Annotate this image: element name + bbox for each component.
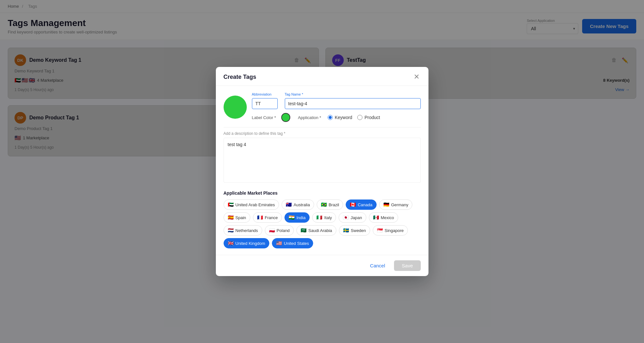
marketplace-chip-australia[interactable]: 🇦🇺Australia <box>282 199 314 210</box>
chip-flag-india: 🇮🇳 <box>289 215 295 220</box>
application-row: Application * Keyword Product <box>298 115 380 120</box>
radio-product[interactable]: Product <box>357 115 380 120</box>
chip-label-singapore: Singapore <box>385 228 404 233</box>
chip-flag-uae: 🇦🇪 <box>228 202 234 208</box>
marketplace-chip-us[interactable]: 🇺🇸United States <box>272 238 313 248</box>
chip-flag-sweden: 🇸🇪 <box>343 227 349 233</box>
fields-row-name: Abbreviation Tag Name * <box>252 92 421 109</box>
chip-label-sweden: Sweden <box>351 228 366 233</box>
radio-keyword[interactable]: Keyword <box>328 115 352 120</box>
tag-name-label: Tag Name * <box>285 92 421 96</box>
chip-flag-france: 🇫🇷 <box>257 215 263 220</box>
marketplace-chip-canada[interactable]: 🇨🇦Canada <box>346 199 377 210</box>
color-preview-circle <box>224 96 247 119</box>
tag-name-field-group: Tag Name * <box>285 92 421 109</box>
color-row: Label Color * <box>252 113 290 122</box>
description-label: Add a description to define this tag * <box>224 131 421 136</box>
marketplace-chip-uk[interactable]: 🇬🇧United Kingdom <box>224 238 270 248</box>
chip-label-mexico: Mexico <box>381 215 394 220</box>
marketplace-chip-netherlands[interactable]: 🇳🇱Netherlands <box>224 225 262 236</box>
description-textarea[interactable]: test tag 4 <box>224 138 421 183</box>
chip-label-india: India <box>296 215 305 220</box>
chip-flag-poland: 🇵🇱 <box>269 227 275 233</box>
chip-label-netherlands: Netherlands <box>235 228 258 233</box>
modal-footer: Cancel Save <box>216 255 428 276</box>
chip-flag-netherlands: 🇳🇱 <box>228 227 234 233</box>
chip-flag-germany: 🇩🇪 <box>383 202 389 208</box>
save-button: Save <box>394 260 420 271</box>
chip-label-japan: Japan <box>351 215 362 220</box>
abbreviation-input[interactable] <box>252 98 278 109</box>
radio-keyword-input[interactable] <box>328 115 333 120</box>
modal-header: Create Tags ✕ <box>216 67 428 86</box>
marketplace-chip-spain[interactable]: 🇪🇸Spain <box>224 212 250 223</box>
abbreviation-field-group: Abbreviation <box>252 92 281 109</box>
chip-label-uae: United Arab Emirates <box>235 202 275 207</box>
marketplace-chip-france[interactable]: 🇫🇷France <box>253 212 282 223</box>
chip-flag-uk: 🇬🇧 <box>228 240 234 246</box>
form-divider <box>224 127 421 127</box>
marketplace-section: Applicable Market Places 🇦🇪United Arab E… <box>224 190 421 248</box>
chip-flag-spain: 🇪🇸 <box>228 215 234 220</box>
chip-flag-mexico: 🇲🇽 <box>373 215 379 220</box>
marketplace-chip-singapore[interactable]: 🇸🇬Singapore <box>373 225 408 236</box>
create-tags-modal: Create Tags ✕ Abbreviation Tag Name * <box>216 67 428 276</box>
chip-label-spain: Spain <box>235 215 246 220</box>
marketplace-chip-sweden[interactable]: 🇸🇪Sweden <box>339 225 370 236</box>
cancel-button[interactable]: Cancel <box>365 260 390 271</box>
marketplace-chip-india[interactable]: 🇮🇳India <box>284 212 310 223</box>
chip-label-brazil: Brazil <box>329 202 339 207</box>
chip-flag-us: 🇺🇸 <box>276 240 282 246</box>
form-row-top: Abbreviation Tag Name * Label Color * <box>224 92 421 122</box>
chip-flag-italy: 🇮🇹 <box>316 215 322 220</box>
chip-label-saudi_arabia: Saudi Arabia <box>308 228 332 233</box>
chip-flag-singapore: 🇸🇬 <box>377 227 383 233</box>
radio-product-input[interactable] <box>357 115 362 120</box>
marketplace-chip-brazil[interactable]: 🇧🇷Brazil <box>317 199 343 210</box>
chip-flag-canada: 🇨🇦 <box>350 202 356 208</box>
marketplace-chip-saudi_arabia[interactable]: 🇸🇦Saudi Arabia <box>296 225 336 236</box>
form-fields: Abbreviation Tag Name * Label Color * <box>252 92 421 122</box>
description-section: Add a description to define this tag * t… <box>224 131 421 184</box>
chip-label-poland: Poland <box>277 228 290 233</box>
modal-overlay[interactable]: Create Tags ✕ Abbreviation Tag Name * <box>0 0 644 343</box>
chip-label-australia: Australia <box>293 202 310 207</box>
chip-label-france: France <box>265 215 278 220</box>
marketplace-chip-japan[interactable]: 🇯🇵Japan <box>339 212 366 223</box>
modal-body: Abbreviation Tag Name * Label Color * <box>216 86 428 255</box>
application-label-text: Application * <box>298 115 321 120</box>
tag-name-input[interactable] <box>285 98 421 109</box>
marketplace-chip-uae[interactable]: 🇦🇪United Arab Emirates <box>224 199 279 210</box>
chip-label-uk: United Kingdom <box>235 241 265 246</box>
chip-label-canada: Canada <box>358 202 372 207</box>
radio-keyword-label: Keyword <box>335 115 352 120</box>
chip-flag-australia: 🇦🇺 <box>286 202 292 208</box>
marketplace-chip-mexico[interactable]: 🇲🇽Mexico <box>369 212 398 223</box>
chip-flag-brazil: 🇧🇷 <box>321 202 327 208</box>
marketplace-title: Applicable Market Places <box>224 190 421 196</box>
marketplace-chip-germany[interactable]: 🇩🇪Germany <box>379 199 412 210</box>
radio-product-label: Product <box>364 115 380 120</box>
fields-row-color-app: Label Color * Application * Keyword <box>252 113 421 122</box>
chip-label-italy: Italy <box>324 215 332 220</box>
chip-label-us: United States <box>284 241 309 246</box>
abbreviation-label: Abbreviation <box>252 92 281 96</box>
chip-label-germany: Germany <box>391 202 408 207</box>
label-color-text: Label Color * <box>252 115 276 120</box>
modal-close-button[interactable]: ✕ <box>412 73 421 80</box>
chip-flag-japan: 🇯🇵 <box>343 215 349 220</box>
marketplace-chip-italy[interactable]: 🇮🇹Italy <box>312 212 336 223</box>
radio-group-application: Keyword Product <box>328 115 380 120</box>
marketplace-chip-poland[interactable]: 🇵🇱Poland <box>265 225 294 236</box>
chip-flag-saudi_arabia: 🇸🇦 <box>301 227 307 233</box>
color-swatch-green[interactable] <box>281 113 290 122</box>
marketplace-chips: 🇦🇪United Arab Emirates🇦🇺Australia🇧🇷Brazi… <box>224 199 421 248</box>
modal-title: Create Tags <box>224 74 256 80</box>
